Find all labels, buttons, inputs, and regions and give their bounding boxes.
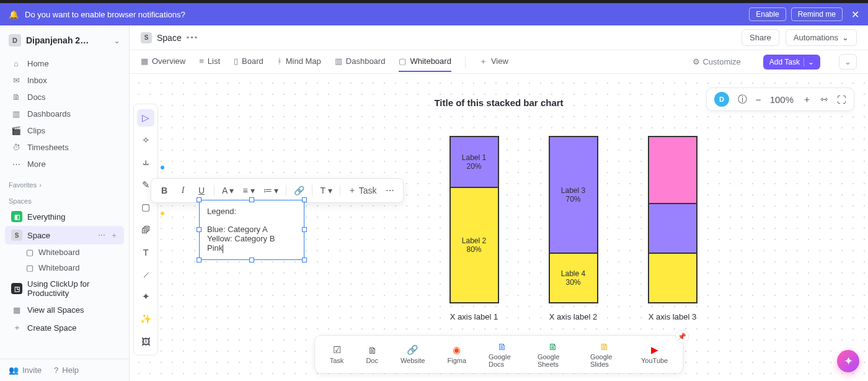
bold-button[interactable]: B: [156, 182, 172, 199]
bar2-seg2[interactable]: Lable 430%: [550, 253, 597, 302]
fullscreen-icon[interactable]: ⛶: [837, 94, 846, 105]
dock-youtube[interactable]: ▶YouTube: [641, 344, 668, 364]
space-child-whiteboard-2[interactable]: ▢Whiteboard: [5, 260, 124, 276]
remind-me-button[interactable]: Remind me: [791, 7, 843, 21]
pin-dock-icon[interactable]: 📌: [675, 329, 689, 343]
tab-board[interactable]: ▯Board: [234, 52, 264, 72]
tool-ai[interactable]: ✧: [137, 132, 154, 149]
link-button[interactable]: 🔗: [291, 182, 308, 199]
crumb-more-icon[interactable]: •••: [187, 33, 199, 42]
dock-doc[interactable]: 🗎Doc: [366, 344, 378, 364]
info-icon[interactable]: ⓘ: [738, 94, 747, 105]
tool-connector[interactable]: ⥿: [137, 154, 154, 171]
create-space[interactable]: ＋ Create Space: [5, 318, 124, 337]
add-task-button[interactable]: Add Task⌄: [763, 55, 820, 69]
user-avatar[interactable]: D: [714, 92, 729, 107]
space-options-icon[interactable]: ⋯: [98, 231, 105, 240]
resize-handle[interactable]: [302, 258, 307, 262]
space-add-icon[interactable]: ＋: [110, 230, 118, 241]
dock-google-slides[interactable]: 🗎Google Slides: [590, 341, 619, 368]
underline-button[interactable]: U: [193, 182, 210, 199]
automations-button[interactable]: Automations⌄: [786, 29, 857, 46]
customize-button[interactable]: ⚙Customize: [693, 57, 740, 66]
view-all-spaces[interactable]: ▦ View all Spaces: [5, 302, 124, 318]
dock-figma[interactable]: ◉Figma: [447, 344, 466, 364]
fit-width-icon[interactable]: ⇿: [820, 94, 828, 105]
nav-home[interactable]: ⌂Home: [5, 55, 124, 72]
close-banner-icon[interactable]: ✕: [851, 9, 859, 20]
tool-select[interactable]: ▷: [137, 109, 154, 127]
dock-google-sheets[interactable]: 🗎Google Sheets: [538, 341, 568, 368]
resize-handle[interactable]: [197, 197, 202, 202]
resize-handle[interactable]: [302, 197, 307, 202]
workspace-switcher[interactable]: D Dipanjenah 2… ⌄: [0, 25, 129, 53]
tool-line[interactable]: ⟋: [137, 266, 154, 283]
dock-google-docs[interactable]: 🗎Google Docs: [489, 341, 515, 368]
resize-handle[interactable]: [302, 227, 307, 232]
italic-button[interactable]: I: [175, 182, 191, 199]
nav-clips[interactable]: 🎬Clips: [5, 122, 124, 139]
tab-add-view[interactable]: ＋View: [479, 51, 508, 73]
bar3-xlabel[interactable]: X axis label 3: [649, 312, 696, 321]
tab-list[interactable]: ≡List: [199, 52, 220, 72]
dock-task[interactable]: ☑Task: [330, 344, 344, 364]
crumb-title[interactable]: Space: [157, 33, 182, 43]
nav-docs[interactable]: 🗎Docs: [5, 89, 124, 105]
legend-text-box[interactable]: Legend: Blue: Category A Yellow: Categor…: [199, 200, 304, 260]
resize-handle[interactable]: [249, 258, 254, 262]
list-button[interactable]: ≔ ▾: [260, 182, 282, 199]
bar3-seg1[interactable]: [649, 137, 696, 203]
bar-3[interactable]: X axis label 3: [648, 136, 698, 321]
space-child-whiteboard-1[interactable]: ▢Whiteboard: [5, 244, 124, 260]
workspace-name: Dipanjenah 2…: [26, 35, 108, 45]
nav-inbox[interactable]: ✉Inbox: [5, 72, 124, 89]
bar-2[interactable]: Label 370% Lable 430% X axis label 2: [549, 136, 598, 321]
bar2-xlabel[interactable]: X axis label 2: [549, 312, 597, 321]
nav-more[interactable]: ⋯More: [5, 156, 124, 173]
nav-dashboards[interactable]: ▥Dashboards: [5, 105, 124, 122]
bar1-xlabel[interactable]: X axis label 1: [450, 312, 498, 321]
tool-stamp[interactable]: ✦: [137, 288, 154, 305]
tab-whiteboard[interactable]: ▢Whiteboard: [399, 52, 451, 72]
bar-1[interactable]: Label 120% Label 280% X axis label 1: [450, 136, 499, 321]
help-link[interactable]: ?Help: [54, 365, 79, 375]
tool-text[interactable]: T: [137, 243, 154, 261]
zoom-out-icon[interactable]: −: [756, 94, 761, 105]
zoom-level[interactable]: 100%: [770, 94, 794, 105]
font-button[interactable]: A ▾: [219, 182, 237, 199]
bar2-seg1[interactable]: Label 370%: [550, 137, 597, 253]
tool-magic[interactable]: ✨: [137, 310, 154, 328]
space-everything[interactable]: ◧ Everything: [5, 207, 124, 226]
ai-fab-button[interactable]: ✦: [837, 350, 859, 372]
more-options-button[interactable]: ⌄: [839, 54, 857, 69]
create-task-button[interactable]: ＋ Task: [345, 182, 380, 199]
nav-timesheets[interactable]: ⏱Timesheets: [5, 139, 124, 156]
textsize-button[interactable]: T ▾: [317, 182, 335, 199]
bar1-seg2[interactable]: Label 280%: [451, 187, 498, 302]
share-button[interactable]: Share: [742, 29, 779, 46]
zoom-in-icon[interactable]: ＋: [802, 94, 812, 105]
resize-handle[interactable]: [197, 227, 202, 232]
tool-sticky[interactable]: 🗊: [137, 221, 154, 238]
resize-handle[interactable]: [249, 197, 254, 202]
tool-image[interactable]: 🖼: [137, 333, 154, 350]
bar3-seg3[interactable]: [649, 253, 696, 302]
whiteboard-canvas[interactable]: D ⓘ − 100% ＋ ⇿ ⛶ ▷ ✧ ⥿ ✎ ▢ 🗊 T ⟋ ✦ ✨ 🖼: [130, 74, 868, 381]
space-using-clickup[interactable]: ◳ Using ClickUp for Productivity: [5, 276, 124, 302]
space-space[interactable]: S Space ⋯ ＋: [5, 226, 124, 244]
enable-button[interactable]: Enable: [749, 7, 786, 21]
bar-chart[interactable]: Label 120% Label 280% X axis label 1 Lab…: [450, 136, 698, 321]
chevron-down-icon[interactable]: ⌄: [804, 58, 814, 66]
bar1-seg1[interactable]: Label 120%: [451, 137, 498, 187]
tab-dashboard[interactable]: ▥Dashboard: [335, 52, 386, 72]
resize-handle[interactable]: [197, 258, 202, 262]
favorites-section-label[interactable]: Favorites›: [0, 175, 129, 191]
align-button[interactable]: ≡ ▾: [239, 182, 257, 199]
invite-link[interactable]: 👥Invite: [9, 365, 42, 375]
dock-website[interactable]: 🔗Website: [401, 344, 425, 364]
tab-overview[interactable]: ▦Overview: [141, 52, 185, 72]
tab-mindmap[interactable]: ᚼMind Map: [277, 52, 321, 72]
bar3-seg2[interactable]: [649, 203, 696, 253]
toolbar-more-icon[interactable]: ⋯: [382, 182, 398, 199]
chart-title[interactable]: Title of this stacked bar chart: [434, 97, 563, 108]
